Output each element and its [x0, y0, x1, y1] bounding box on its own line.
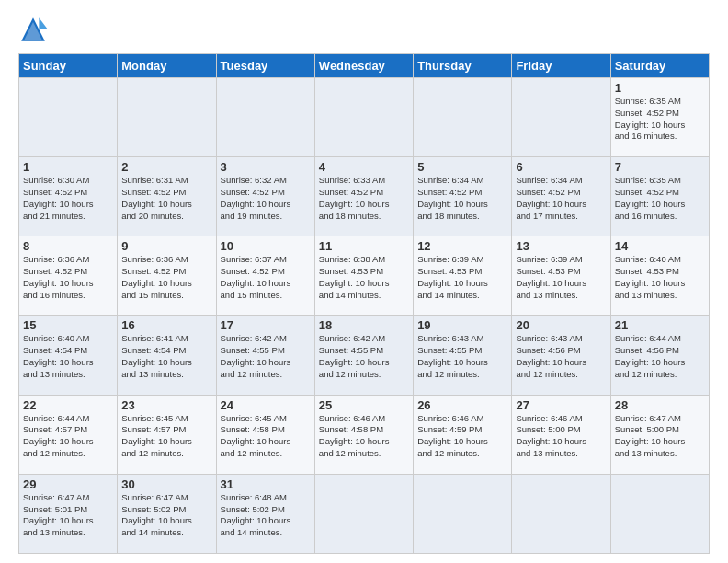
day-info: Sunrise: 6:40 AMSunset: 4:54 PMDaylight:…	[23, 333, 113, 380]
calendar-cell: 4Sunrise: 6:33 AMSunset: 4:52 PMDaylight…	[314, 157, 413, 236]
calendar-cell: 16Sunrise: 6:41 AMSunset: 4:54 PMDayligh…	[118, 316, 216, 395]
calendar-body: 1Sunrise: 6:35 AMSunset: 4:52 PMDaylight…	[19, 78, 710, 554]
calendar-cell: 1Sunrise: 6:35 AMSunset: 4:52 PMDaylight…	[610, 78, 709, 157]
day-info: Sunrise: 6:37 AMSunset: 4:52 PMDaylight:…	[221, 254, 311, 301]
calendar-cell: 31Sunrise: 6:48 AMSunset: 5:02 PMDayligh…	[216, 474, 314, 553]
calendar-cell	[216, 78, 314, 157]
day-info: Sunrise: 6:39 AMSunset: 4:53 PMDaylight:…	[417, 254, 507, 301]
calendar-cell: 23Sunrise: 6:45 AMSunset: 4:57 PMDayligh…	[118, 395, 216, 474]
day-info: Sunrise: 6:35 AMSunset: 4:52 PMDaylight:…	[615, 96, 705, 143]
calendar-cell	[512, 474, 610, 553]
day-number: 19	[417, 318, 507, 332]
calendar-cell: 9Sunrise: 6:36 AMSunset: 4:52 PMDaylight…	[118, 236, 216, 316]
day-number: 12	[417, 239, 507, 253]
day-number: 8	[23, 239, 113, 253]
calendar-cell: 14Sunrise: 6:40 AMSunset: 4:53 PMDayligh…	[610, 236, 709, 316]
calendar-cell	[610, 474, 709, 553]
day-number: 26	[417, 398, 507, 412]
calendar-cell: 8Sunrise: 6:36 AMSunset: 4:52 PMDaylight…	[19, 236, 118, 316]
calendar-cell: 5Sunrise: 6:34 AMSunset: 4:52 PMDaylight…	[414, 157, 512, 236]
day-number: 2	[121, 160, 211, 174]
day-info: Sunrise: 6:48 AMSunset: 5:02 PMDaylight:…	[221, 492, 311, 539]
day-info: Sunrise: 6:46 AMSunset: 4:58 PMDaylight:…	[319, 413, 409, 460]
day-info: Sunrise: 6:43 AMSunset: 4:56 PMDaylight:…	[516, 333, 606, 380]
calendar-table: SundayMondayTuesdayWednesdayThursdayFrid…	[18, 53, 710, 554]
day-info: Sunrise: 6:35 AMSunset: 4:52 PMDaylight:…	[615, 175, 705, 222]
calendar-cell: 25Sunrise: 6:46 AMSunset: 4:58 PMDayligh…	[314, 395, 413, 474]
calendar-cell: 28Sunrise: 6:47 AMSunset: 5:00 PMDayligh…	[610, 395, 709, 474]
day-info: Sunrise: 6:40 AMSunset: 4:53 PMDaylight:…	[615, 254, 705, 301]
day-info: Sunrise: 6:30 AMSunset: 4:52 PMDaylight:…	[23, 175, 113, 222]
day-info: Sunrise: 6:43 AMSunset: 4:55 PMDaylight:…	[417, 333, 507, 380]
day-info: Sunrise: 6:45 AMSunset: 4:58 PMDaylight:…	[221, 413, 311, 460]
day-info: Sunrise: 6:38 AMSunset: 4:53 PMDaylight:…	[319, 254, 409, 301]
day-number: 7	[615, 160, 705, 174]
calendar-cell: 15Sunrise: 6:40 AMSunset: 4:54 PMDayligh…	[19, 316, 118, 395]
calendar-cell	[414, 78, 512, 157]
day-number: 28	[615, 398, 705, 412]
day-header-saturday: Saturday	[610, 54, 709, 78]
day-number: 13	[516, 239, 606, 253]
day-number: 18	[319, 318, 409, 332]
day-header-wednesday: Wednesday	[314, 54, 413, 78]
calendar-cell	[118, 78, 216, 157]
day-info: Sunrise: 6:31 AMSunset: 4:52 PMDaylight:…	[121, 175, 211, 222]
day-info: Sunrise: 6:32 AMSunset: 4:52 PMDaylight:…	[221, 175, 311, 222]
calendar-cell: 30Sunrise: 6:47 AMSunset: 5:02 PMDayligh…	[118, 474, 216, 553]
calendar-cell: 27Sunrise: 6:46 AMSunset: 5:00 PMDayligh…	[512, 395, 610, 474]
calendar-cell	[414, 474, 512, 553]
calendar-cell: 12Sunrise: 6:39 AMSunset: 4:53 PMDayligh…	[414, 236, 512, 316]
day-info: Sunrise: 6:47 AMSunset: 5:01 PMDaylight:…	[23, 492, 113, 539]
calendar-cell	[512, 78, 610, 157]
calendar-header: SundayMondayTuesdayWednesdayThursdayFrid…	[19, 54, 710, 78]
day-number: 10	[221, 239, 311, 253]
day-info: Sunrise: 6:44 AMSunset: 4:56 PMDaylight:…	[615, 333, 705, 380]
day-number: 30	[121, 477, 211, 491]
day-number: 20	[516, 318, 606, 332]
day-info: Sunrise: 6:46 AMSunset: 5:00 PMDaylight:…	[516, 413, 606, 460]
day-info: Sunrise: 6:36 AMSunset: 4:52 PMDaylight:…	[23, 254, 113, 301]
calendar-week-row: 29Sunrise: 6:47 AMSunset: 5:01 PMDayligh…	[19, 474, 710, 553]
calendar-cell	[19, 78, 118, 157]
day-info: Sunrise: 6:34 AMSunset: 4:52 PMDaylight:…	[516, 175, 606, 222]
calendar-week-row: 15Sunrise: 6:40 AMSunset: 4:54 PMDayligh…	[19, 316, 710, 395]
day-info: Sunrise: 6:41 AMSunset: 4:54 PMDaylight:…	[121, 333, 211, 380]
day-header-monday: Monday	[118, 54, 216, 78]
calendar-cell: 20Sunrise: 6:43 AMSunset: 4:56 PMDayligh…	[512, 316, 610, 395]
day-number: 1	[23, 160, 113, 174]
day-info: Sunrise: 6:33 AMSunset: 4:52 PMDaylight:…	[319, 175, 409, 222]
page: SundayMondayTuesdayWednesdayThursdayFrid…	[0, 0, 728, 563]
calendar-week-row: 22Sunrise: 6:44 AMSunset: 4:57 PMDayligh…	[19, 395, 710, 474]
calendar-week-row: 1Sunrise: 6:30 AMSunset: 4:52 PMDaylight…	[19, 157, 710, 236]
day-info: Sunrise: 6:44 AMSunset: 4:57 PMDaylight:…	[23, 413, 113, 460]
day-number: 6	[516, 160, 606, 174]
day-info: Sunrise: 6:45 AMSunset: 4:57 PMDaylight:…	[121, 413, 211, 460]
day-number: 25	[319, 398, 409, 412]
calendar-cell: 6Sunrise: 6:34 AMSunset: 4:52 PMDaylight…	[512, 157, 610, 236]
day-number: 29	[23, 477, 113, 491]
svg-marker-2	[39, 17, 48, 29]
day-number: 9	[121, 239, 211, 253]
calendar-cell: 26Sunrise: 6:46 AMSunset: 4:59 PMDayligh…	[414, 395, 512, 474]
day-info: Sunrise: 6:46 AMSunset: 4:59 PMDaylight:…	[417, 413, 507, 460]
day-number: 24	[221, 398, 311, 412]
calendar-cell: 11Sunrise: 6:38 AMSunset: 4:53 PMDayligh…	[314, 236, 413, 316]
day-number: 3	[221, 160, 311, 174]
day-header-sunday: Sunday	[19, 54, 118, 78]
logo-icon	[18, 15, 48, 44]
calendar-cell	[314, 474, 413, 553]
day-number: 15	[23, 318, 113, 332]
calendar-cell: 22Sunrise: 6:44 AMSunset: 4:57 PMDayligh…	[19, 395, 118, 474]
calendar-cell: 17Sunrise: 6:42 AMSunset: 4:55 PMDayligh…	[216, 316, 314, 395]
calendar-cell: 18Sunrise: 6:42 AMSunset: 4:55 PMDayligh…	[314, 316, 413, 395]
day-info: Sunrise: 6:42 AMSunset: 4:55 PMDaylight:…	[221, 333, 311, 380]
calendar-cell: 19Sunrise: 6:43 AMSunset: 4:55 PMDayligh…	[414, 316, 512, 395]
day-info: Sunrise: 6:36 AMSunset: 4:52 PMDaylight:…	[121, 254, 211, 301]
day-number: 1	[615, 81, 705, 95]
day-info: Sunrise: 6:42 AMSunset: 4:55 PMDaylight:…	[319, 333, 409, 380]
day-header-tuesday: Tuesday	[216, 54, 314, 78]
header	[18, 15, 710, 44]
calendar-cell: 21Sunrise: 6:44 AMSunset: 4:56 PMDayligh…	[610, 316, 709, 395]
day-number: 17	[221, 318, 311, 332]
day-number: 21	[615, 318, 705, 332]
